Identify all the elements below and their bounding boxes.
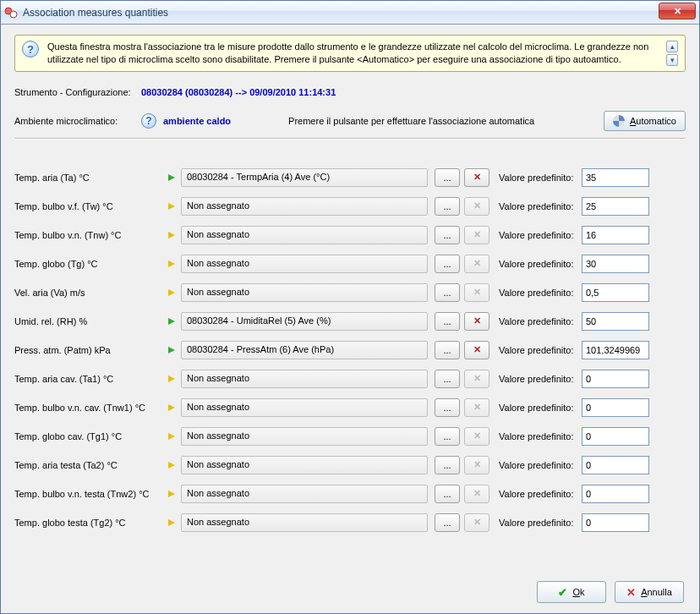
status-flag-icon xyxy=(162,232,181,238)
default-value-label: Valore predefinito: xyxy=(499,345,582,355)
divider xyxy=(14,138,686,140)
clear-icon: ✕ xyxy=(473,402,481,413)
instrument-value: 08030284 (08030284) --> 09/09/2010 11:14… xyxy=(141,87,336,97)
quantity-label: Temp. bulbo v.n. (Tnw) °C xyxy=(14,230,162,240)
status-flag-icon xyxy=(162,203,181,210)
browse-button[interactable]: ... xyxy=(435,370,460,388)
assigned-measure-field: Non assegnato xyxy=(181,427,428,446)
default-value-input[interactable] xyxy=(582,485,649,503)
assigned-measure-field: Non assegnato xyxy=(181,255,428,273)
quantity-row: Temp. globo cav. (Tg1) °CNon assegnato..… xyxy=(14,422,686,451)
browse-button[interactable]: ... xyxy=(435,226,460,244)
clear-button[interactable]: ✕ xyxy=(464,168,489,187)
scroll-up-button[interactable]: ▴ xyxy=(666,41,678,52)
default-value-input[interactable] xyxy=(582,427,649,446)
quantity-label: Temp. aria (Ta) °C xyxy=(14,173,162,183)
clear-button: ✕ xyxy=(464,226,489,244)
instrument-label: Strumento - Configurazione: xyxy=(14,87,141,97)
quantity-row: Temp. aria cav. (Ta1) °CNon assegnato...… xyxy=(14,365,686,393)
assigned-measure-field: Non assegnato xyxy=(181,370,428,388)
ambient-help-icon[interactable]: ? xyxy=(141,113,156,129)
ambient-row: Ambiente microclimatico: ? ambiente cald… xyxy=(14,111,686,131)
default-value-input[interactable] xyxy=(582,197,649,216)
footer-buttons: ✔ Ok ✕ Annulla xyxy=(537,581,684,603)
clear-icon: ✕ xyxy=(473,315,481,326)
default-value-label: Valore predefinito: xyxy=(499,173,582,183)
status-flag-icon xyxy=(162,433,181,440)
clear-icon: ✕ xyxy=(473,430,481,441)
quantity-row: Temp. bulbo v.n. cav. (Tnw1) °CNon asseg… xyxy=(14,393,686,422)
assigned-measure-field: Non assegnato xyxy=(181,485,428,503)
status-flag-icon xyxy=(162,347,181,354)
auto-hint: Premere il pulsante per effettuare l'ass… xyxy=(288,116,534,126)
ambient-value: ambiente caldo xyxy=(163,116,231,126)
auto-button[interactable]: Automatico xyxy=(604,111,686,131)
browse-button[interactable]: ... xyxy=(435,456,460,474)
browse-button[interactable]: ... xyxy=(435,427,460,446)
default-value-input[interactable] xyxy=(582,226,649,244)
quantity-label: Temp. bulbo v.n. testa (Tnw2) °C xyxy=(14,489,162,499)
default-value-input[interactable] xyxy=(582,370,649,388)
assigned-measure-field: Non assegnato xyxy=(181,226,428,244)
default-value-input[interactable] xyxy=(582,456,649,474)
browse-button[interactable]: ... xyxy=(435,168,460,187)
browse-button[interactable]: ... xyxy=(435,513,460,532)
browse-button[interactable]: ... xyxy=(435,197,460,216)
browse-button[interactable]: ... xyxy=(435,312,460,331)
default-value-input[interactable] xyxy=(582,312,649,331)
browse-button[interactable]: ... xyxy=(435,485,460,503)
browse-button[interactable]: ... xyxy=(435,398,460,417)
clear-icon: ✕ xyxy=(473,344,481,355)
status-flag-icon xyxy=(162,519,181,526)
default-value-input[interactable] xyxy=(582,255,649,273)
close-button[interactable]: ✕ xyxy=(659,3,696,19)
status-flag-icon xyxy=(162,376,181,382)
clear-button: ✕ xyxy=(464,197,489,216)
default-value-input[interactable] xyxy=(582,168,649,187)
assigned-measure-field: Non assegnato xyxy=(181,456,428,474)
browse-button[interactable]: ... xyxy=(435,283,460,302)
default-value-label: Valore predefinito: xyxy=(499,460,582,470)
clear-icon: ✕ xyxy=(473,229,481,240)
quantity-label: Temp. bulbo v.f. (Tw) °C xyxy=(14,201,162,211)
clear-button[interactable]: ✕ xyxy=(464,341,489,359)
default-value-input[interactable] xyxy=(582,513,649,532)
quantity-row: Temp. globo testa (Tg2) °CNon assegnato.… xyxy=(14,508,686,537)
assigned-measure-field: 08030284 - UmiditaRel (5) Ave (%) xyxy=(181,312,428,331)
info-scrollbar: ▴ ▾ xyxy=(666,41,678,66)
assigned-measure-field: Non assegnato xyxy=(181,283,428,302)
clear-icon: ✕ xyxy=(473,200,481,211)
browse-button[interactable]: ... xyxy=(435,255,460,273)
titlebar: Association measures quantities ✕ xyxy=(1,1,699,25)
cancel-button[interactable]: ✕ Annulla xyxy=(615,581,684,603)
cancel-icon: ✕ xyxy=(626,586,636,599)
quantity-row: Press. atm. (Patm) kPa08030284 - PressAt… xyxy=(14,336,686,365)
clear-button[interactable]: ✕ xyxy=(464,312,489,331)
clear-button: ✕ xyxy=(464,456,489,474)
default-value-label: Valore predefinito: xyxy=(499,403,582,413)
default-value-input[interactable] xyxy=(582,283,649,302)
default-value-input[interactable] xyxy=(582,341,649,359)
default-value-label: Valore predefinito: xyxy=(499,374,582,384)
clear-button: ✕ xyxy=(464,283,489,302)
help-icon: ? xyxy=(22,41,39,58)
default-value-label: Valore predefinito: xyxy=(499,201,582,211)
quantity-label: Temp. bulbo v.n. cav. (Tnw1) °C xyxy=(14,403,162,413)
clear-button: ✕ xyxy=(464,427,489,446)
default-value-label: Valore predefinito: xyxy=(499,316,582,326)
quantity-label: Temp. globo (Tg) °C xyxy=(14,259,162,269)
assigned-measure-field: Non assegnato xyxy=(181,398,428,417)
quantity-label: Press. atm. (Patm) kPa xyxy=(14,345,162,355)
browse-button[interactable]: ... xyxy=(435,341,460,359)
info-box: ? Questa finestra mostra l'associazione … xyxy=(14,35,686,72)
clear-button: ✕ xyxy=(464,485,489,503)
dialog-window: Association measures quantities ✕ ? Ques… xyxy=(0,0,700,614)
quantity-row: Umid. rel. (RH) %08030284 - UmiditaRel (… xyxy=(14,307,686,336)
clear-button: ✕ xyxy=(464,370,489,388)
default-value-input[interactable] xyxy=(582,398,649,417)
ok-button[interactable]: ✔ Ok xyxy=(537,581,606,603)
quantity-label: Temp. aria testa (Ta2) °C xyxy=(14,460,162,470)
scroll-down-button[interactable]: ▾ xyxy=(666,54,678,66)
ambient-label: Ambiente microclimatico: xyxy=(14,116,134,126)
assigned-measure-field: 08030284 - TermpAria (4) Ave (°C) xyxy=(181,168,428,187)
